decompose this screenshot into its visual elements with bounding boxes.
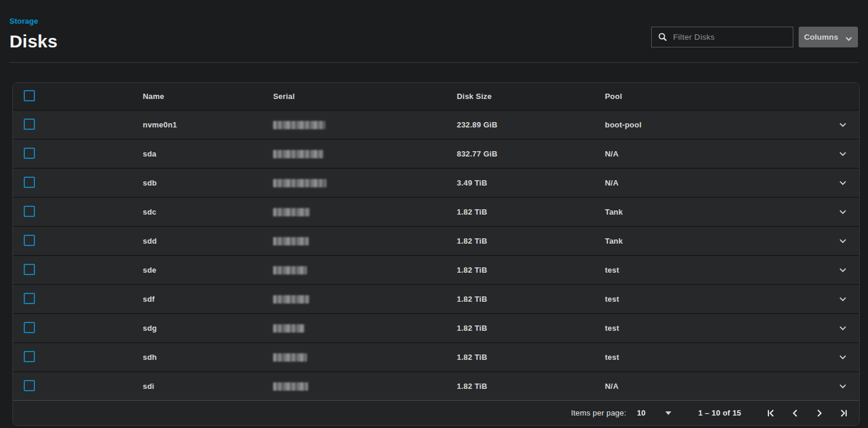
disk-serial-cell bbox=[273, 178, 457, 188]
row-checkbox[interactable] bbox=[24, 148, 35, 159]
table-row[interactable]: sdg 1.82 TiB test bbox=[13, 314, 859, 343]
column-header-name[interactable]: Name bbox=[143, 92, 273, 101]
table-row[interactable]: sdb 3.49 TiB N/A bbox=[13, 169, 859, 198]
expand-row-button[interactable] bbox=[826, 206, 859, 218]
disk-name: nvme0n1 bbox=[143, 120, 273, 129]
column-header-pool[interactable]: Pool bbox=[605, 92, 826, 101]
column-header-serial[interactable]: Serial bbox=[273, 92, 457, 101]
row-checkbox[interactable] bbox=[24, 206, 35, 217]
table-row[interactable]: sdh 1.82 TiB test bbox=[13, 343, 859, 372]
disk-pool: boot-pool bbox=[605, 120, 826, 129]
disk-pool: N/A bbox=[605, 178, 826, 187]
columns-button-label: Columns bbox=[804, 33, 838, 41]
disk-serial-redacted bbox=[273, 150, 324, 158]
row-checkbox-cell bbox=[13, 206, 143, 219]
table-row[interactable]: sdi 1.82 TiB N/A bbox=[13, 372, 859, 400]
disk-serial-redacted bbox=[273, 353, 307, 362]
table-row[interactable]: sda 832.77 GiB N/A bbox=[13, 140, 859, 169]
expand-row-button[interactable] bbox=[826, 381, 859, 392]
expand-row-chevron-icon bbox=[837, 352, 848, 363]
disk-name: sdf bbox=[143, 295, 273, 304]
expand-row-button[interactable] bbox=[826, 177, 859, 189]
disk-size: 3.49 TiB bbox=[457, 178, 605, 187]
expand-row-chevron-icon bbox=[837, 322, 848, 334]
table-header-row: Name Serial Disk Size Pool bbox=[13, 83, 859, 111]
row-checkbox-cell bbox=[13, 264, 143, 277]
previous-page-button[interactable] bbox=[789, 407, 800, 419]
disk-serial-cell bbox=[273, 382, 457, 391]
expand-row-button[interactable] bbox=[826, 148, 859, 159]
row-checkbox[interactable] bbox=[24, 119, 35, 130]
breadcrumb-storage-link[interactable]: Storage bbox=[9, 17, 38, 25]
disk-serial-cell bbox=[273, 295, 457, 304]
columns-button[interactable]: Columns bbox=[799, 27, 858, 47]
disk-serial-redacted bbox=[273, 295, 309, 304]
disk-serial-redacted bbox=[273, 179, 326, 187]
expand-row-button[interactable] bbox=[826, 264, 859, 276]
disks-page: Storage Disks Columns bbox=[0, 0, 868, 426]
disk-serial-cell bbox=[273, 120, 457, 130]
last-page-icon bbox=[838, 408, 849, 419]
expand-row-button[interactable] bbox=[826, 352, 859, 363]
next-page-icon bbox=[814, 408, 825, 419]
expand-row-chevron-icon bbox=[837, 206, 848, 218]
row-checkbox[interactable] bbox=[24, 177, 35, 188]
triangle-down-icon bbox=[665, 411, 671, 415]
expand-row-button[interactable] bbox=[826, 293, 859, 305]
disk-name: sdg bbox=[143, 324, 273, 333]
row-checkbox[interactable] bbox=[24, 380, 35, 391]
expand-row-button[interactable] bbox=[826, 235, 859, 247]
select-all-checkbox[interactable] bbox=[24, 90, 35, 101]
row-checkbox-cell bbox=[13, 148, 143, 161]
disk-name: sdb bbox=[143, 178, 273, 187]
row-checkbox[interactable] bbox=[24, 293, 35, 304]
first-page-icon bbox=[765, 408, 776, 419]
items-per-page-select[interactable]: 10 bbox=[626, 408, 671, 417]
expand-row-button[interactable] bbox=[826, 322, 859, 334]
last-page-button[interactable] bbox=[838, 407, 849, 419]
table-row[interactable]: nvme0n1 232.89 GiB boot-pool bbox=[13, 111, 859, 140]
expand-row-chevron-icon bbox=[837, 381, 848, 392]
row-checkbox-cell bbox=[13, 380, 143, 393]
expand-row-button[interactable] bbox=[826, 119, 859, 130]
disk-size: 1.82 TiB bbox=[457, 207, 605, 216]
table-row[interactable]: sdd 1.82 TiB Tank bbox=[13, 227, 859, 256]
disk-pool: N/A bbox=[605, 382, 826, 391]
row-checkbox[interactable] bbox=[24, 235, 35, 246]
column-header-disk-size[interactable]: Disk Size bbox=[457, 92, 605, 101]
filter-disks-input[interactable] bbox=[673, 33, 787, 41]
first-page-button[interactable] bbox=[765, 407, 776, 419]
previous-page-icon bbox=[790, 408, 800, 419]
disk-pool: N/A bbox=[605, 149, 826, 158]
disk-name: sdh bbox=[143, 353, 273, 362]
row-checkbox[interactable] bbox=[24, 351, 35, 362]
disk-size: 1.82 TiB bbox=[457, 324, 605, 333]
disk-size: 1.82 TiB bbox=[457, 295, 605, 304]
row-checkbox-cell bbox=[13, 293, 143, 306]
select-all-cell bbox=[13, 90, 143, 103]
disk-serial-cell bbox=[273, 149, 457, 159]
toolbar: Columns bbox=[651, 27, 858, 47]
next-page-button[interactable] bbox=[813, 407, 825, 419]
table-row[interactable]: sdf 1.82 TiB test bbox=[13, 285, 859, 314]
row-checkbox-cell bbox=[13, 119, 143, 132]
disk-serial-cell bbox=[273, 266, 457, 275]
chevron-down-icon bbox=[845, 35, 853, 43]
expand-row-chevron-icon bbox=[837, 148, 848, 159]
expand-row-chevron-icon bbox=[837, 119, 848, 130]
row-checkbox[interactable] bbox=[24, 264, 35, 275]
table-row[interactable]: sdc 1.82 TiB Tank bbox=[13, 198, 859, 227]
disk-serial-redacted bbox=[273, 324, 305, 333]
expand-row-chevron-icon bbox=[837, 264, 848, 276]
row-checkbox[interactable] bbox=[24, 322, 35, 333]
table-row[interactable]: sde 1.82 TiB test bbox=[13, 256, 859, 285]
disk-size: 1.82 TiB bbox=[457, 382, 605, 391]
disk-serial-cell bbox=[273, 324, 457, 333]
filter-disks-box[interactable] bbox=[651, 27, 793, 47]
disk-serial-cell bbox=[273, 207, 457, 217]
disk-size: 832.77 GiB bbox=[457, 149, 605, 158]
disk-pool: test bbox=[605, 353, 826, 362]
disk-serial-redacted bbox=[273, 266, 307, 274]
header-divider bbox=[9, 62, 859, 63]
page-title: Disks bbox=[9, 31, 57, 52]
